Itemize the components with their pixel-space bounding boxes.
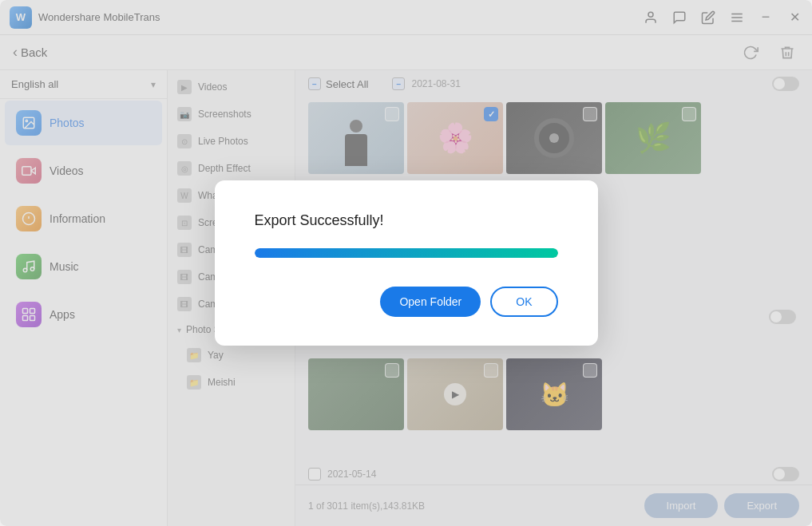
dialog-title: Export Successfully! [255, 212, 384, 229]
app-window: W Wondershare MobileTrans [0, 0, 812, 526]
ok-button[interactable]: OK [490, 287, 557, 317]
progress-bar-fill [255, 248, 558, 258]
progress-bar-track [255, 248, 558, 258]
export-dialog: Export Successfully! Open Folder OK [215, 180, 598, 346]
dialog-buttons: Open Folder OK [380, 287, 557, 317]
dialog-overlay: Export Successfully! Open Folder OK [0, 0, 812, 526]
open-folder-button[interactable]: Open Folder [380, 287, 481, 317]
